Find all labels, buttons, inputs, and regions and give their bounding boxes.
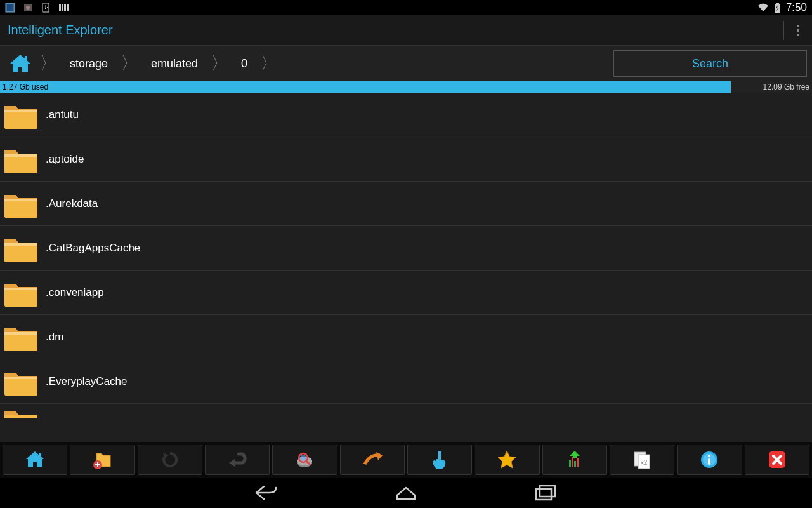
back-icon xyxy=(255,484,278,502)
toolbar-select-button[interactable] xyxy=(407,444,472,475)
folder-row[interactable]: .dm xyxy=(0,315,812,359)
sort-icon xyxy=(361,450,384,469)
folder-name: .dm xyxy=(46,331,63,344)
folder-row[interactable]: .CatBagAppsCache xyxy=(0,226,812,271)
folder-icon xyxy=(3,405,39,418)
svg-rect-11 xyxy=(25,56,27,61)
svg-rect-10 xyxy=(776,3,779,4)
status-bar: 7:50 xyxy=(0,0,812,15)
svg-rect-19 xyxy=(569,460,571,467)
svg-rect-21 xyxy=(574,461,576,467)
svg-rect-8 xyxy=(67,4,69,11)
svg-rect-22 xyxy=(577,458,579,467)
folder-name: .conveniapp xyxy=(46,286,104,299)
search-button[interactable]: Search xyxy=(613,50,807,77)
svg-rect-1 xyxy=(7,4,13,11)
search-label: Search xyxy=(692,57,728,70)
folder-row[interactable]: .aptoide xyxy=(0,137,812,182)
chevron-right-icon: 〉 xyxy=(117,51,142,76)
star-icon xyxy=(497,450,517,470)
file-list[interactable]: .antutu.aptoide.Aurekdata.CatBagAppsCach… xyxy=(0,93,812,442)
breadcrumb-item-emulated[interactable]: emulated xyxy=(142,57,207,70)
folder-name: .EveryplayCache xyxy=(46,375,128,388)
status-download-icon xyxy=(41,3,51,13)
title-divider xyxy=(783,21,784,40)
app-title-bar: Intelligent Explorer xyxy=(0,15,812,46)
storage-used-label: 1.27 Gb used xyxy=(0,81,731,93)
svg-text:x2: x2 xyxy=(641,459,648,466)
home-icon xyxy=(8,52,33,75)
storage-free-label: 12.09 Gb free xyxy=(763,83,812,91)
toolbar-new-folder-button[interactable] xyxy=(70,444,134,475)
chevron-right-icon: 〉 xyxy=(207,51,232,76)
android-nav-bar xyxy=(0,478,812,508)
toolbar-refresh-button[interactable] xyxy=(138,444,202,475)
overflow-menu-button[interactable] xyxy=(792,20,804,41)
svg-rect-31 xyxy=(536,489,551,500)
folder-icon xyxy=(3,322,39,352)
toolbar-close-button[interactable] xyxy=(745,444,809,475)
folder-name: .aptoide xyxy=(46,153,84,166)
app-title: Intelligent Explorer xyxy=(8,23,113,37)
svg-point-17 xyxy=(300,455,306,461)
folder-name: .Aurekdata xyxy=(46,197,98,210)
hand-pointer-icon xyxy=(432,450,447,470)
refresh-icon xyxy=(160,450,180,469)
status-bars-icon xyxy=(58,3,69,13)
info-icon xyxy=(700,450,719,469)
folder-icon xyxy=(3,100,39,130)
svg-rect-5 xyxy=(59,4,61,11)
folder-icon xyxy=(3,366,39,397)
recents-icon xyxy=(535,485,556,501)
status-app1-icon xyxy=(5,3,15,13)
svg-point-28 xyxy=(708,455,710,457)
disk-search-icon xyxy=(294,450,315,470)
svg-rect-20 xyxy=(572,457,573,467)
bottom-toolbar: x2 xyxy=(0,442,812,478)
status-app2-icon xyxy=(23,3,33,13)
chevron-right-icon: 〉 xyxy=(36,51,61,76)
folder-icon xyxy=(3,144,39,175)
toolbar-upload-button[interactable] xyxy=(542,444,607,475)
breadcrumb-item-storage[interactable]: storage xyxy=(61,57,117,70)
chevron-right-icon: 〉 xyxy=(256,51,282,76)
status-clock: 7:50 xyxy=(786,1,807,14)
svg-rect-32 xyxy=(540,486,555,497)
home-icon xyxy=(24,450,46,469)
home-outline-icon xyxy=(395,484,417,502)
copy-icon: x2 xyxy=(632,450,652,470)
toolbar-search-disk-button[interactable] xyxy=(272,444,337,475)
folder-row[interactable] xyxy=(0,404,812,418)
toolbar-favorite-button[interactable] xyxy=(475,444,539,475)
toolbar-home-button[interactable] xyxy=(3,444,67,475)
folder-name: .CatBagAppsCache xyxy=(46,242,140,255)
close-icon xyxy=(768,450,787,469)
svg-rect-12 xyxy=(39,453,41,457)
breadcrumb: 〉 storage 〉 emulated 〉 0 〉 Search xyxy=(0,46,812,81)
toolbar-undo-button[interactable] xyxy=(205,444,270,475)
folder-row[interactable]: .EveryplayCache xyxy=(0,359,812,404)
svg-rect-7 xyxy=(64,4,66,11)
toolbar-sort-button[interactable] xyxy=(340,444,405,475)
undo-icon xyxy=(226,451,249,468)
nav-recents-button[interactable] xyxy=(533,480,558,505)
svg-rect-6 xyxy=(62,4,63,11)
toolbar-info-button[interactable] xyxy=(677,444,742,475)
svg-point-3 xyxy=(26,6,30,10)
folder-icon xyxy=(3,277,39,308)
folder-row[interactable]: .Aurekdata xyxy=(0,182,812,226)
nav-home-button[interactable] xyxy=(393,480,419,505)
breadcrumb-home-button[interactable] xyxy=(5,51,36,76)
svg-rect-29 xyxy=(708,458,710,465)
folder-row[interactable]: .antutu xyxy=(0,93,812,137)
upload-icon xyxy=(565,450,584,470)
folder-icon xyxy=(3,233,39,264)
nav-back-button[interactable] xyxy=(254,480,279,505)
wifi-icon xyxy=(757,3,769,13)
toolbar-copy-button[interactable]: x2 xyxy=(610,444,674,475)
folder-name: .antutu xyxy=(46,109,79,121)
storage-usage-bar: 1.27 Gb used 12.09 Gb free xyxy=(0,81,812,93)
breadcrumb-item-0[interactable]: 0 xyxy=(232,57,256,70)
folder-row[interactable]: .conveniapp xyxy=(0,271,812,315)
new-folder-icon xyxy=(91,450,113,470)
